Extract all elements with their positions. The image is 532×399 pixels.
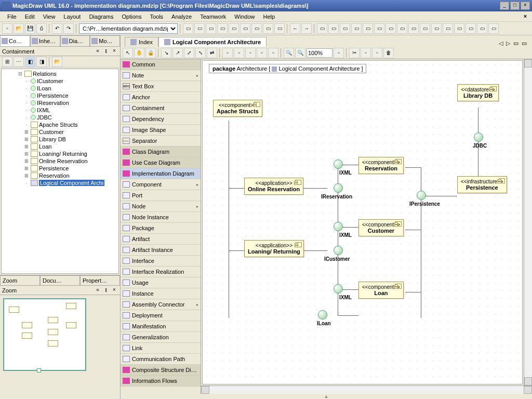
tb-extra7-icon[interactable]: ▭ bbox=[385, 23, 396, 34]
palette-item[interactable]: Use Case Diagram bbox=[121, 157, 201, 168]
expand-icon[interactable]: ▸ bbox=[196, 302, 198, 307]
palette-item[interactable]: Instance bbox=[121, 288, 201, 299]
tb-diag2-icon[interactable]: ▭ bbox=[194, 23, 205, 34]
tb-extra13-icon[interactable]: ▭ bbox=[454, 23, 464, 34]
close-icon[interactable]: × bbox=[111, 48, 118, 55]
expand-icon[interactable]: · bbox=[23, 115, 30, 120]
component-reservation[interactable]: <<component>> Reservation bbox=[358, 157, 404, 174]
tb-extra1-icon[interactable]: ▭ bbox=[317, 23, 327, 34]
menu-edit[interactable]: Edit bbox=[21, 12, 39, 21]
scroll-up-icon[interactable] bbox=[524, 59, 532, 68]
tab-model[interactable]: Mo… bbox=[90, 35, 120, 47]
menu-window[interactable]: Window bbox=[230, 12, 259, 21]
menu-teamwork[interactable]: Teamwork bbox=[196, 12, 230, 21]
tb-open-icon[interactable]: 📂 bbox=[14, 23, 24, 34]
tb-diag9-icon[interactable]: ▭ bbox=[274, 23, 285, 34]
expand-icon[interactable]: ⊞ bbox=[23, 151, 30, 156]
tb-extra9-icon[interactable]: ▭ bbox=[408, 23, 419, 34]
tb-extra6-icon[interactable]: ▭ bbox=[374, 23, 384, 34]
tb-extra8-icon[interactable]: ▭ bbox=[397, 23, 407, 34]
interface-ixml-1[interactable] bbox=[334, 159, 343, 169]
tree-item[interactable]: ⊞Customer bbox=[3, 128, 117, 136]
expand-icon[interactable]: · bbox=[23, 78, 30, 84]
interface-ireservation[interactable] bbox=[334, 183, 343, 193]
pin-icon[interactable]: ⫿ bbox=[102, 48, 110, 55]
component-loan[interactable]: <<component>> Loan bbox=[358, 282, 404, 299]
tree-item[interactable]: ⊞Loan bbox=[3, 143, 117, 150]
tb-extra2-icon[interactable]: ▭ bbox=[328, 23, 339, 34]
tree-item[interactable]: ·Logical Component Archi bbox=[3, 179, 117, 187]
menu-view[interactable]: View bbox=[39, 12, 60, 21]
tree-btn1-icon[interactable]: ⊞ bbox=[2, 57, 12, 67]
tb-extra12-icon[interactable]: ▭ bbox=[443, 23, 453, 34]
restore-button[interactable]: □ bbox=[510, 2, 520, 10]
tb-extra4-icon[interactable]: ▭ bbox=[351, 23, 362, 34]
tree-item[interactable]: ⊞Library DB bbox=[3, 136, 117, 143]
tab-index[interactable]: Index bbox=[125, 37, 158, 47]
close-icon[interactable]: × bbox=[111, 287, 118, 294]
tb-extra16-icon[interactable]: ▭ bbox=[488, 23, 499, 34]
pin-icon[interactable]: ⫿ bbox=[102, 287, 110, 294]
ctb9-icon[interactable]: ▫ bbox=[257, 48, 267, 58]
paste-icon[interactable]: ▫ bbox=[372, 48, 382, 58]
interface-ipersistence[interactable] bbox=[417, 191, 426, 200]
palette-item[interactable]: Class Diagram bbox=[121, 147, 201, 157]
expand-icon[interactable]: ▸ bbox=[196, 182, 198, 187]
expand-icon[interactable]: ⊞ bbox=[23, 166, 30, 171]
tb-nav-fwd-icon[interactable]: → bbox=[301, 23, 312, 34]
tb-extra10-icon[interactable]: ▭ bbox=[420, 23, 430, 34]
tree-item[interactable]: ⊞Loaning/ Returning bbox=[3, 150, 117, 157]
ctb6-icon[interactable]: ▫ bbox=[222, 48, 233, 58]
scroll-left-icon[interactable] bbox=[201, 386, 209, 394]
palette-item[interactable]: Component▸ bbox=[121, 179, 201, 190]
tab-properties[interactable]: Propert… bbox=[80, 275, 120, 286]
scroll-right-icon[interactable] bbox=[524, 386, 532, 394]
palette-item[interactable]: Composite Structure Di… bbox=[121, 365, 201, 376]
tree-item[interactable]: ⊞Online Reservation bbox=[3, 157, 117, 165]
expand-icon[interactable]: · bbox=[23, 108, 30, 113]
ctb4-icon[interactable]: ⤡ bbox=[195, 48, 206, 58]
chevron-left-icon[interactable]: « bbox=[94, 48, 101, 55]
expand-icon[interactable]: ⊞ bbox=[23, 158, 30, 164]
interface-ixml-2[interactable] bbox=[334, 222, 343, 231]
tree-item[interactable]: ·IReservation bbox=[3, 99, 117, 107]
component-librarydb[interactable]: <<datastore>> Library DB bbox=[457, 84, 499, 101]
menu-analyze[interactable]: Analyze bbox=[167, 12, 196, 21]
menu-help[interactable]: Help bbox=[259, 12, 279, 21]
interface-icustomer[interactable] bbox=[334, 246, 343, 255]
palette-item[interactable]: Manifestation bbox=[121, 321, 201, 332]
expand-icon[interactable]: ⊞ bbox=[23, 173, 30, 178]
tab-logical-component[interactable]: Logical Component Architecture bbox=[158, 37, 267, 47]
tb-extra3-icon[interactable]: ▭ bbox=[340, 23, 350, 34]
scrollbar-v[interactable] bbox=[524, 59, 532, 385]
ctb2-icon[interactable]: ↗ bbox=[172, 48, 183, 58]
expand-icon[interactable]: ▸ bbox=[196, 73, 198, 78]
tb-diag7-icon[interactable]: ▭ bbox=[251, 23, 262, 34]
expand-icon[interactable]: · bbox=[23, 122, 30, 127]
component-loaning[interactable]: <<application>> Loaning/ Returning bbox=[244, 240, 304, 257]
file-selector[interactable]: C:\Pr…lementation diagram.mdzip bbox=[79, 23, 178, 34]
expand-icon[interactable]: ▸ bbox=[196, 204, 198, 209]
palette-item[interactable]: Common bbox=[121, 59, 201, 70]
tb-extra5-icon[interactable]: ▭ bbox=[363, 23, 373, 34]
menu-layout[interactable]: Layout bbox=[59, 12, 85, 21]
ctb3-icon[interactable]: ⤢ bbox=[184, 48, 194, 58]
tree-item[interactable]: ·ICustomer bbox=[3, 77, 117, 85]
tb-diag8-icon[interactable]: ▭ bbox=[263, 23, 273, 34]
tree-item[interactable]: ⊞Reservation bbox=[3, 172, 117, 179]
ctb10-icon[interactable]: ▫ bbox=[268, 48, 278, 58]
menu-options[interactable]: Options bbox=[117, 12, 145, 21]
cut-icon[interactable]: ✂ bbox=[349, 48, 360, 58]
tb-diag3-icon[interactable]: ▭ bbox=[206, 23, 216, 34]
interface-jdbc[interactable] bbox=[474, 132, 483, 142]
palette-item[interactable]: Dependency bbox=[121, 114, 201, 125]
tb-new-icon[interactable]: ▫ bbox=[2, 23, 12, 34]
tab-zoom[interactable]: Zoom bbox=[0, 275, 40, 286]
containment-tree[interactable]: ⊟Relations·ICustomer·ILoan·IPersistence·… bbox=[1, 69, 119, 274]
expand-icon[interactable]: · bbox=[23, 93, 30, 98]
tb-extra11-icon[interactable]: ▭ bbox=[431, 23, 442, 34]
copy-icon[interactable]: ▫ bbox=[361, 48, 371, 58]
lock-icon[interactable]: 🔒 bbox=[145, 48, 156, 58]
component-customer[interactable]: <<component>> Customer bbox=[358, 219, 404, 236]
palette-item[interactable]: Artifact Instance bbox=[121, 245, 201, 256]
